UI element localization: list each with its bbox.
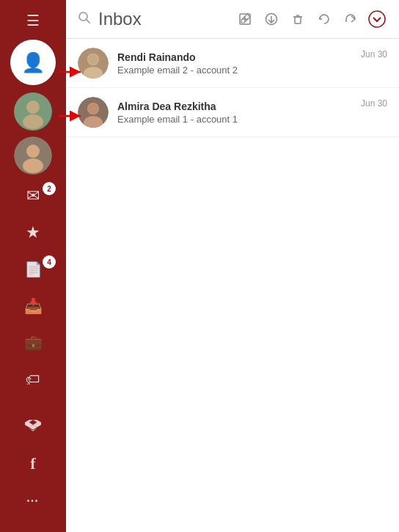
profile-icon: 👤 (21, 51, 45, 74)
sidebar-item-inbox2[interactable]: 📥 (0, 288, 66, 324)
forward-button[interactable] (340, 9, 361, 29)
sidebar-item-profile[interactable]: 👤 (10, 40, 56, 85)
avatar2-image (14, 136, 52, 175)
menu-icon: ☰ (26, 12, 40, 29)
email-date-1: Jun 30 (361, 49, 387, 59)
files-badge: 4 (43, 255, 56, 269)
sidebar: ☰ 👤 ✉ 2 ★ � (0, 0, 66, 532)
header: Inbox (66, 0, 399, 39)
refresh-button[interactable] (314, 9, 334, 29)
facebook-icon: f (30, 454, 35, 473)
svg-point-4 (26, 145, 40, 158)
sidebar-item-dropbox[interactable] (0, 409, 66, 445)
email-body-1: Rendi Rainando Example email 2 - account… (117, 51, 361, 76)
sender-avatar-2 (78, 97, 109, 128)
svg-point-24 (369, 11, 385, 27)
email-subject-1: Example email 2 - account 2 (117, 65, 361, 76)
main-content: Inbox (66, 0, 399, 532)
compose-button[interactable] (235, 9, 255, 29)
inbox-icon: 📥 (24, 297, 43, 315)
sidebar-item-favorites[interactable]: ★ (0, 214, 66, 251)
avatar1-image (14, 92, 52, 131)
email-item[interactable]: Rendi Rainando Example email 2 - account… (66, 39, 399, 88)
messages-badge: 2 (43, 182, 56, 195)
dropdown-button[interactable] (367, 9, 387, 29)
sender-avatar-1 (78, 48, 109, 79)
briefcase-icon: 💼 (24, 334, 43, 351)
svg-line-15 (87, 20, 90, 23)
svg-point-32 (88, 103, 98, 114)
email-body-2: Almira Dea Rezkitha Example email 1 - ac… (117, 101, 361, 125)
search-icon (78, 11, 91, 27)
email-subject-2: Example email 1 - account 1 (117, 114, 361, 125)
sidebar-item-avatar2[interactable] (14, 136, 52, 175)
email-sender-2: Almira Dea Rezkitha (117, 101, 361, 112)
sidebar-item-more[interactable]: ••• (0, 482, 66, 519)
messages-icon: ✉ (26, 186, 40, 205)
files-icon: 📄 (24, 260, 43, 278)
sidebar-item-briefcase[interactable]: 💼 (0, 324, 66, 361)
svg-point-28 (88, 54, 98, 65)
more-icon: ••• (27, 497, 40, 505)
sidebar-menu-button[interactable]: ☰ (0, 6, 66, 35)
email-sender-1: Rendi Rainando (117, 51, 361, 63)
svg-point-2 (23, 114, 43, 129)
delete-button[interactable] (288, 9, 308, 29)
sidebar-item-facebook[interactable]: f (0, 445, 66, 482)
svg-rect-21 (295, 17, 301, 23)
download-button[interactable] (261, 9, 282, 29)
email-date-2: Jun 30 (361, 98, 387, 109)
header-actions (235, 9, 387, 29)
sidebar-item-messages[interactable]: ✉ 2 (0, 178, 66, 214)
tags-icon: 🏷 (26, 371, 40, 388)
email-list: Rendi Rainando Example email 2 - account… (66, 39, 399, 532)
svg-point-1 (26, 101, 40, 114)
star-icon: ★ (26, 223, 40, 242)
sidebar-item-tags[interactable]: 🏷 (0, 361, 66, 398)
svg-point-5 (23, 158, 43, 173)
email-item[interactable]: Almira Dea Rezkitha Example email 1 - ac… (66, 88, 399, 137)
sidebar-item-files[interactable]: 📄 4 (0, 251, 66, 288)
sidebar-item-avatar1[interactable] (14, 92, 52, 131)
dropbox-icon (25, 418, 41, 437)
page-title: Inbox (98, 9, 235, 29)
